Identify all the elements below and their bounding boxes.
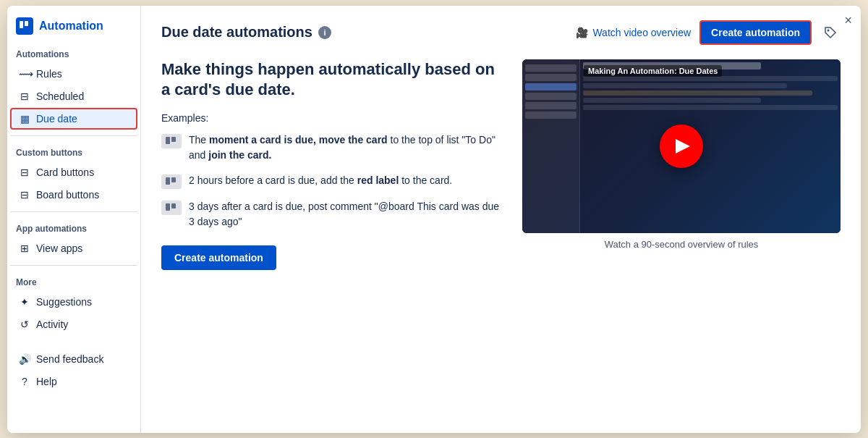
sidebar-item-view-apps-label: View apps: [36, 243, 82, 254]
video-title-text: Making An Automation: Due Dates: [588, 67, 718, 75]
example-2: 2 hours before a card is due, add the re…: [161, 173, 505, 189]
sidebar-item-card-buttons-label: Card buttons: [36, 167, 94, 178]
example-1-icon: [161, 134, 182, 148]
video-thumbnail[interactable]: Making An Automation: Due Dates: [522, 59, 841, 233]
modal-body: Automation Automations ⟿ Rules ⊟ Schedul…: [7, 6, 861, 433]
vsim-row-active: [525, 83, 576, 90]
sidebar-item-board-buttons-label: Board buttons: [36, 189, 99, 201]
view-apps-icon: ⊞: [19, 243, 30, 254]
trello-icon: [16, 17, 33, 35]
send-feedback-icon: 🔊: [19, 353, 30, 365]
suggestions-icon: ✦: [19, 296, 30, 308]
sidebar-item-send-feedback-label: Send feedback: [36, 353, 103, 365]
video-caption: Watch a 90-second overview of rules: [522, 239, 841, 250]
example-1: The moment a card is due, move the card …: [161, 132, 505, 163]
svg-rect-3: [166, 137, 170, 144]
vsim-row: [525, 102, 576, 109]
vsim-row: [525, 93, 576, 100]
content-area: Make things happen automatically based o…: [161, 59, 841, 270]
sidebar-item-help-label: Help: [36, 376, 57, 387]
sidebar-item-scheduled-label: Scheduled: [36, 90, 84, 102]
video-title-overlay: Making An Automation: Due Dates: [584, 65, 722, 77]
watch-video-link[interactable]: 🎥 Watch video overview: [576, 27, 691, 38]
vsim-cr: [583, 90, 812, 96]
divider-3: [10, 265, 137, 266]
automation-modal: × Automation Automations ⟿ Rules ⊟: [7, 6, 861, 433]
automations-section-title: Automations: [7, 43, 140, 62]
svg-rect-7: [166, 203, 170, 211]
board-buttons-icon: ⊟: [19, 189, 30, 201]
video-sidebar-sim: [522, 59, 580, 233]
watch-video-label: Watch video overview: [592, 27, 691, 38]
sidebar-item-activity[interactable]: ↺ Activity: [10, 313, 137, 335]
sidebar-item-help[interactable]: ? Help: [10, 371, 137, 392]
svg-rect-0: [20, 21, 23, 28]
tag-icon[interactable]: [820, 22, 841, 43]
help-icon: ?: [19, 376, 30, 387]
sidebar-item-view-apps[interactable]: ⊞ View apps: [10, 237, 137, 259]
example-3: 3 days after a card is due, post comment…: [161, 199, 505, 229]
card-buttons-icon: ⊟: [19, 167, 30, 178]
svg-rect-1: [25, 21, 28, 26]
example-2-text: 2 hours before a card is due, add the re…: [189, 173, 452, 188]
example-1-text: The moment a card is due, move the card …: [189, 132, 505, 163]
sidebar-item-due-date-label: Due date: [36, 113, 77, 125]
sidebar-item-suggestions-label: Suggestions: [36, 296, 92, 308]
svg-rect-5: [166, 177, 170, 185]
example-3-text: 3 days after a card is due, post comment…: [189, 199, 505, 229]
scheduled-icon: ⊟: [19, 90, 30, 102]
vsim-row: [525, 111, 576, 119]
divider-1: [10, 135, 137, 136]
sidebar-item-scheduled[interactable]: ⊟ Scheduled: [10, 85, 137, 107]
vsim-cr: [583, 98, 761, 103]
content-left: Make things happen automatically based o…: [161, 59, 505, 270]
sidebar-item-suggestions[interactable]: ✦ Suggestions: [10, 291, 137, 313]
sidebar-item-activity-label: Activity: [36, 319, 68, 330]
svg-rect-4: [171, 137, 176, 142]
page-title: Due date automations: [161, 24, 312, 41]
sidebar-item-due-date[interactable]: ▦ Due date: [10, 108, 137, 130]
sidebar-item-card-buttons[interactable]: ⊟ Card buttons: [10, 161, 137, 183]
vsim-content: [583, 74, 838, 230]
activity-icon: ↺: [19, 319, 30, 330]
content-right: Making An Automation: Due Dates Watch a …: [522, 59, 841, 270]
main-content: Due date automations i 🎥 Watch video ove…: [141, 6, 861, 433]
info-icon[interactable]: i: [318, 26, 331, 39]
sidebar-item-board-buttons[interactable]: ⊟ Board buttons: [10, 184, 137, 206]
app-automations-section-title: App automations: [7, 218, 140, 237]
app-title: Automation: [39, 20, 103, 33]
video-main-sim: [580, 59, 841, 233]
create-automation-button[interactable]: Create automation: [699, 20, 812, 45]
create-automation-main-button[interactable]: Create automation: [161, 245, 276, 270]
vsim-row: [525, 74, 576, 81]
custom-buttons-section-title: Custom buttons: [7, 142, 140, 161]
vsim-row: [525, 64, 576, 72]
sidebar-item-rules-label: Rules: [36, 68, 62, 80]
due-date-icon: ▦: [19, 113, 30, 125]
hero-title: Make things happen automatically based o…: [161, 59, 505, 101]
close-button[interactable]: ×: [844, 13, 852, 28]
play-button[interactable]: [660, 125, 703, 168]
video-camera-icon: 🎥: [576, 27, 588, 38]
video-container: Making An Automation: Due Dates: [522, 59, 841, 233]
examples-label: Examples:: [161, 112, 505, 124]
header-actions: 🎥 Watch video overview Create automation: [576, 20, 841, 45]
vsim-cr: [583, 105, 838, 110]
svg-point-2: [827, 29, 830, 31]
vsim-cr: [583, 76, 838, 81]
rules-icon: ⟿: [19, 68, 30, 80]
sidebar-item-rules[interactable]: ⟿ Rules: [10, 63, 137, 85]
svg-rect-6: [171, 177, 176, 182]
sidebar-item-send-feedback[interactable]: 🔊 Send feedback: [10, 348, 137, 370]
more-section-title: More: [7, 271, 140, 290]
example-3-icon: [161, 201, 182, 215]
sidebar: Automation Automations ⟿ Rules ⊟ Schedul…: [7, 6, 141, 433]
main-header: Due date automations i 🎥 Watch video ove…: [161, 20, 841, 45]
divider-2: [10, 211, 137, 212]
vsim-cr: [583, 83, 787, 88]
example-2-icon: [161, 174, 182, 189]
svg-rect-8: [171, 203, 176, 209]
